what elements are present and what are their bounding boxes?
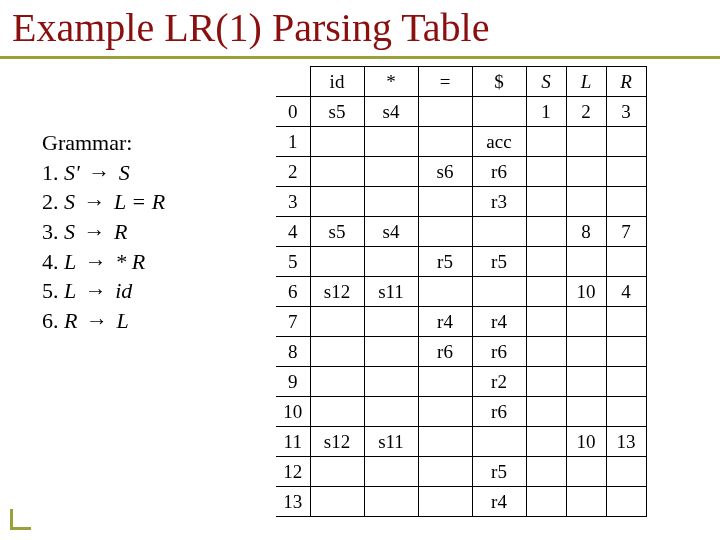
table-cell — [472, 277, 526, 307]
table-cell — [310, 187, 364, 217]
column-header: $ — [472, 67, 526, 97]
table-cell — [364, 127, 418, 157]
table-cell — [418, 187, 472, 217]
table-cell — [364, 457, 418, 487]
state-label: 5 — [276, 247, 310, 277]
table-cell — [566, 307, 606, 337]
arrow-icon: → — [80, 160, 119, 185]
table-cell — [606, 367, 646, 397]
table-cell: r5 — [472, 247, 526, 277]
arrow-icon: → — [77, 308, 116, 333]
table-cell — [566, 457, 606, 487]
column-header: S — [526, 67, 566, 97]
table-cell: 1 — [526, 97, 566, 127]
table-cell — [310, 127, 364, 157]
table-cell — [526, 217, 566, 247]
table-cell — [364, 247, 418, 277]
table-cell — [526, 367, 566, 397]
table-cell: r2 — [472, 367, 526, 397]
column-header: L — [566, 67, 606, 97]
table-cell — [418, 97, 472, 127]
table-cell — [606, 487, 646, 517]
table-cell — [526, 427, 566, 457]
table-cell — [526, 487, 566, 517]
table-cell — [566, 337, 606, 367]
table-cell — [364, 367, 418, 397]
column-header: R — [606, 67, 646, 97]
rule-number: 3. — [42, 219, 64, 244]
column-header: id — [310, 67, 364, 97]
table-cell — [310, 457, 364, 487]
table-cell — [526, 397, 566, 427]
table-cell — [606, 337, 646, 367]
table-cell — [606, 127, 646, 157]
table-cell — [606, 157, 646, 187]
rule-lhs: L — [64, 249, 76, 274]
table-cell — [606, 307, 646, 337]
table-cell — [418, 427, 472, 457]
table-cell — [606, 397, 646, 427]
table-cell — [364, 187, 418, 217]
table-cell — [472, 217, 526, 247]
table-cell — [310, 157, 364, 187]
table-cell: r3 — [472, 187, 526, 217]
column-header: = — [418, 67, 472, 97]
rule-lhs: S — [64, 189, 75, 214]
table-cell — [418, 217, 472, 247]
table-cell — [526, 307, 566, 337]
state-label: 13 — [276, 487, 310, 517]
rule-number: 2. — [42, 189, 64, 214]
table-cell: 10 — [566, 427, 606, 457]
corner-ornament — [10, 509, 31, 530]
table-cell: r6 — [472, 397, 526, 427]
table-cell: 7 — [606, 217, 646, 247]
grammar-rule: 2. S → L = R — [42, 187, 165, 217]
table-cell: s11 — [364, 277, 418, 307]
table-cell — [566, 187, 606, 217]
arrow-icon: → — [75, 189, 114, 214]
table-cell: s4 — [364, 97, 418, 127]
arrow-icon: → — [76, 249, 115, 274]
table-cell: r6 — [472, 337, 526, 367]
table-cell: r5 — [472, 457, 526, 487]
table-cell — [526, 157, 566, 187]
table-cell — [364, 487, 418, 517]
grammar-block: Grammar: 1. S' → S2. S → L = R3. S → R4.… — [42, 128, 165, 336]
state-label: 2 — [276, 157, 310, 187]
table-cell: 4 — [606, 277, 646, 307]
state-label: 9 — [276, 367, 310, 397]
page-title: Example LR(1) Parsing Table — [12, 4, 489, 51]
rule-lhs: R — [64, 308, 77, 333]
table-cell: s12 — [310, 427, 364, 457]
table-cell — [364, 397, 418, 427]
table-cell: s11 — [364, 427, 418, 457]
state-label: 0 — [276, 97, 310, 127]
table-cell — [418, 487, 472, 517]
table-cell: 10 — [566, 277, 606, 307]
table-cell — [310, 397, 364, 427]
state-label: 12 — [276, 457, 310, 487]
table-cell: r6 — [472, 157, 526, 187]
table-cell — [310, 247, 364, 277]
rule-lhs: S' — [64, 160, 80, 185]
rule-rhs: * R — [115, 249, 145, 274]
table-cell — [418, 367, 472, 397]
table-cell — [526, 457, 566, 487]
table-cell: acc — [472, 127, 526, 157]
grammar-rule: 6. R → L — [42, 306, 165, 336]
table-cell: s5 — [310, 97, 364, 127]
grammar-rule: 4. L → * R — [42, 247, 165, 277]
rule-lhs: S — [64, 219, 75, 244]
table-cell: r4 — [472, 307, 526, 337]
table-cell — [418, 127, 472, 157]
rule-rhs: R — [114, 219, 127, 244]
column-header: * — [364, 67, 418, 97]
table-cell: r6 — [418, 337, 472, 367]
table-cell — [566, 157, 606, 187]
rule-number: 5. — [42, 278, 64, 303]
state-label: 1 — [276, 127, 310, 157]
state-header — [276, 67, 310, 97]
table-cell — [566, 247, 606, 277]
table-cell — [526, 127, 566, 157]
rule-rhs: L = R — [114, 189, 165, 214]
